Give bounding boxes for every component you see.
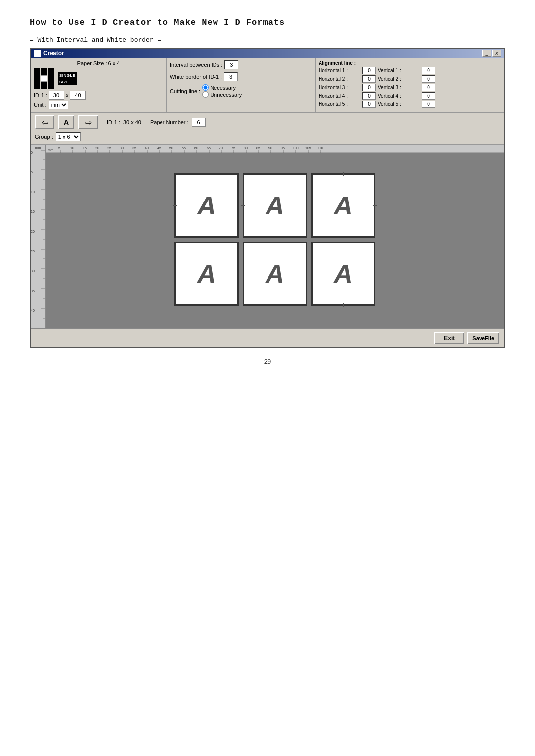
v4-label: Vertical 4 : [378, 93, 420, 99]
cutting-line-label: Cutting line : [170, 88, 200, 94]
v4-row: Vertical 4 : [378, 92, 435, 100]
id1-height-input[interactable] [70, 91, 86, 100]
letter-button[interactable]: A [58, 115, 74, 129]
v3-input[interactable] [422, 84, 435, 91]
v4-input[interactable] [422, 92, 435, 100]
v5-input[interactable] [422, 101, 435, 108]
h4-row: Horizontal 4 : [319, 92, 376, 100]
id1-info-label: ID-1 : [107, 119, 120, 125]
h3-row: Horizontal 3 : [319, 84, 376, 91]
id1-label: ID-1 : [34, 92, 47, 98]
cutting-unnecessary-radio[interactable] [202, 91, 209, 98]
v1-input[interactable] [422, 67, 435, 74]
svg-rect-3 [38, 54, 41, 57]
id1-info: ID-1 : 30 x 40 Paper Number : [107, 118, 206, 127]
h1-label: Horizontal 1 : [319, 68, 361, 73]
vertical-align-col: Vertical 1 : Vertical 2 : Vertical 3 : V… [378, 67, 435, 108]
id-card-2: A [243, 173, 307, 238]
white-border-label: White border of ID-1 : [170, 74, 222, 80]
svg-text:5: 5 [31, 170, 33, 174]
svg-text:30: 30 [31, 269, 35, 273]
h3-input[interactable] [362, 84, 376, 91]
exit-button[interactable]: Exit [434, 332, 464, 344]
group-row: Group : 1 x 6 2 x 3 3 x 2 6 x 1 [35, 131, 500, 142]
svg-text:70: 70 [219, 146, 223, 150]
svg-text:50: 50 [169, 146, 173, 150]
svg-text:10: 10 [31, 190, 35, 194]
v1-row: Vertical 1 : [378, 67, 435, 74]
v2-row: Vertical 2 : [378, 75, 435, 83]
h4-label: Horizontal 4 : [319, 93, 361, 99]
close-button[interactable]: X [492, 50, 501, 57]
svg-text:110: 110 [318, 146, 323, 150]
svg-text:45: 45 [157, 146, 161, 150]
svg-text:25: 25 [31, 250, 35, 253]
titlebar-left: Creator [34, 50, 64, 57]
h5-label: Horizontal 5 : [319, 101, 361, 107]
minimize-button[interactable]: _ [482, 50, 491, 57]
preview-area: mm 5 10 15 20 25 30 35 40 [46, 145, 504, 328]
h1-input[interactable] [362, 67, 376, 74]
main-window: Creator _ X Paper Size : 6 x 4 [30, 48, 505, 348]
cutting-necessary-radio[interactable] [202, 84, 209, 91]
h5-row: Horizontal 5 : [319, 101, 376, 108]
svg-rect-1 [38, 50, 41, 53]
window-title: Creator [43, 50, 64, 57]
svg-text:20: 20 [31, 230, 35, 233]
svg-text:30: 30 [120, 146, 124, 150]
svg-text:65: 65 [207, 146, 211, 150]
svg-text:mm: mm [48, 148, 54, 151]
id-card-1: A [174, 173, 239, 238]
main-content: mm 0 5 10 15 20 25 [31, 144, 504, 328]
titlebar: Creator _ X [31, 49, 504, 58]
paper-size-label: Paper Size : 6 x 4 [34, 60, 163, 66]
svg-text:80: 80 [244, 146, 248, 150]
group-select[interactable]: 1 x 6 2 x 3 3 x 2 6 x 1 [56, 132, 81, 141]
save-file-button[interactable]: SaveFile [467, 332, 499, 344]
page-title: How to Use I D Creator to Make New I D F… [0, 0, 535, 32]
svg-text:5: 5 [58, 146, 60, 150]
next-button[interactable]: ⇨ [78, 115, 98, 129]
cutting-unnecessary-item: Unnecessary [202, 91, 242, 98]
h4-input[interactable] [362, 92, 376, 100]
paper-number-label: Paper Number : [150, 119, 189, 125]
id-card-grid: A A A [164, 163, 385, 316]
page-number: 29 [0, 348, 535, 375]
id1-width-input[interactable] [49, 91, 64, 100]
cutting-unnecessary-label: Unnecessary [210, 92, 242, 98]
unit-select[interactable]: mm inch [49, 101, 68, 109]
h2-input[interactable] [362, 75, 376, 83]
svg-rect-2 [34, 54, 37, 57]
group-label: Group : [35, 134, 53, 140]
v3-row: Vertical 3 : [378, 84, 435, 91]
titlebar-controls: _ X [482, 50, 501, 57]
v2-label: Vertical 2 : [378, 76, 420, 82]
white-border-input[interactable] [224, 72, 238, 81]
cutting-radio-group: Necessary Unnecessary [202, 84, 242, 98]
svg-text:100: 100 [293, 146, 299, 150]
paper-number-input[interactable] [192, 118, 206, 127]
v3-label: Vertical 3 : [378, 85, 420, 90]
svg-text:25: 25 [107, 146, 111, 150]
v2-input[interactable] [422, 75, 435, 83]
v5-row: Vertical 5 : [378, 101, 435, 108]
left-controls-block: Paper Size : 6 x 4 [31, 58, 167, 112]
horizontal-align-col: Horizontal 1 : Horizontal 2 : Horizontal… [319, 67, 376, 108]
svg-text:0: 0 [31, 151, 33, 154]
svg-text:85: 85 [256, 146, 260, 150]
h3-label: Horizontal 3 : [319, 85, 361, 90]
svg-text:40: 40 [31, 309, 35, 312]
prev-button[interactable]: ⇦ [35, 115, 54, 129]
svg-text:40: 40 [145, 146, 149, 150]
cutting-row: Cutting line : Necessary Unnecessary [170, 84, 312, 98]
h2-label: Horizontal 2 : [319, 76, 361, 82]
interval-input[interactable] [224, 60, 238, 69]
cutting-necessary-label: Necessary [210, 85, 236, 91]
cutting-necessary-item: Necessary [202, 84, 242, 91]
mid-controls-block: Interval between IDs : White border of I… [167, 58, 316, 112]
id-card-5: A [243, 242, 307, 306]
h5-input[interactable] [362, 101, 376, 108]
svg-text:35: 35 [132, 146, 136, 150]
interval-row: Interval between IDs : [170, 60, 312, 69]
id-card-6: A [311, 242, 375, 306]
